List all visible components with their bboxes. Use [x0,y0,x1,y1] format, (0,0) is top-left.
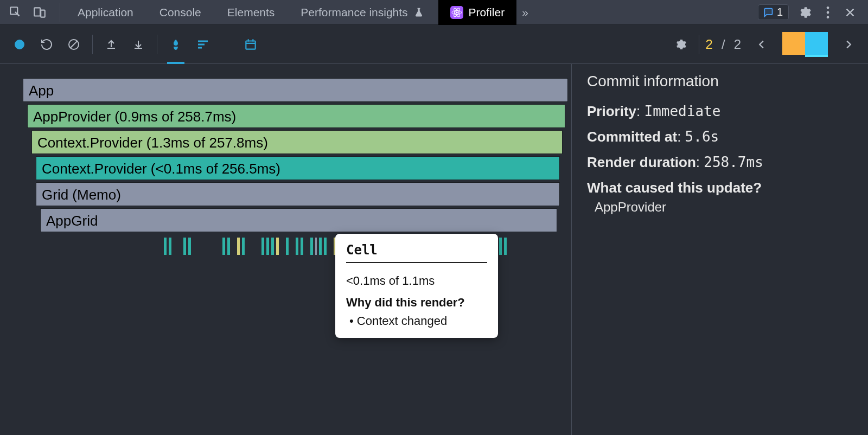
flame-row[interactable]: App [23,78,568,102]
flamegraph-pane: AppAppProvider (0.9ms of 258.7ms)Context… [0,64,572,435]
commit-total: 2 [734,37,741,52]
info-render-duration: Render duration: 258.7ms [587,154,853,171]
commit-current: 2 [706,37,713,52]
gear-icon[interactable] [797,5,812,20]
profiler-main: AppAppProvider (0.9ms of 258.7ms)Context… [0,64,868,435]
divider [92,35,93,54]
commit-bar[interactable] [782,32,805,55]
flamegraph-view-button[interactable] [164,33,188,56]
svg-point-10 [827,16,829,18]
inspect-icon[interactable] [9,5,23,20]
svg-rect-12 [246,41,255,49]
svg-rect-1 [34,8,40,16]
ranked-view-button[interactable] [191,33,215,56]
tooltip-title: Cell [346,242,487,263]
tooltip-duration: <0.1ms of 1.1ms [346,274,487,288]
tooltip-reason-list: Context changed [346,314,487,328]
tab-console[interactable]: Console [148,0,213,25]
export-button[interactable] [126,33,150,56]
svg-point-7 [456,11,458,14]
divider [699,35,699,54]
profiler-settings-button[interactable] [668,33,692,56]
label: Render duration [587,154,696,170]
flame-node-tooltip: Cell <0.1ms of 1.1ms Why did this render… [335,234,498,338]
flame-row[interactable]: Grid (Memo) [36,182,560,206]
value: 258.7ms [704,154,763,170]
commit-info-pane: Commit information Priority: Immediate C… [572,64,868,435]
side-title: Commit information [587,73,853,90]
close-icon[interactable] [844,7,856,18]
tab-application[interactable]: Application [66,0,145,25]
tab-label: Console [159,6,201,19]
svg-rect-2 [41,10,45,17]
device-toggle-icon[interactable] [33,5,47,20]
tab-elements[interactable]: Elements [215,0,287,25]
cause-item[interactable]: AppProvider [595,200,853,215]
svg-point-9 [827,11,829,14]
import-button[interactable] [99,33,123,56]
divider [157,35,157,54]
overflow-label: » [522,6,528,19]
reload-button[interactable] [35,33,59,56]
record-icon [15,40,24,49]
label: What caused this update? [587,180,762,196]
flame-row[interactable]: AppGrid [40,208,557,232]
kebab-icon[interactable] [826,5,830,20]
value: Immediate [644,103,720,119]
label: Priority [587,103,636,119]
flame-row[interactable]: AppProvider (0.9ms of 258.7ms) [27,104,565,128]
tab-performance-insights[interactable]: Performance insights [289,0,436,25]
flask-icon [413,7,424,18]
issues-indicator[interactable]: 1 [758,4,789,20]
commit-prev-button[interactable] [750,33,774,56]
timeline-view-button[interactable] [239,33,263,56]
svg-point-8 [827,6,829,9]
value: 5.6s [685,129,719,145]
label: Committed at [587,129,677,145]
flame-row[interactable]: Context.Provider (1.3ms of 257.8ms) [31,130,563,154]
record-button[interactable] [8,33,31,56]
tab-profiler[interactable]: Profiler [438,0,517,25]
tab-label: Profiler [469,6,505,19]
tabs-overflow[interactable]: » [519,0,532,25]
tab-label: Application [78,6,133,19]
info-update-cause: What caused this update? AppProvider [587,180,853,215]
tooltip-why-heading: Why did this render? [346,296,487,310]
commit-bars[interactable] [782,32,828,57]
issues-count: 1 [777,6,783,18]
devtools-tab-bar: Application Console Elements Performance… [0,0,868,25]
chat-icon [763,7,774,18]
tab-label: Performance insights [301,6,407,19]
tab-label: Elements [227,6,275,19]
commit-bar-selected[interactable] [805,32,828,55]
tooltip-reason: Context changed [349,314,487,328]
commit-selector: 2 / 2 [706,32,860,57]
flame-row[interactable]: Context.Provider (<0.1ms of 256.5ms) [36,156,560,180]
commit-next-button[interactable] [837,33,860,56]
clear-button[interactable] [62,33,86,56]
profiler-toolbar: 2 / 2 [0,25,868,64]
divider [60,3,60,22]
commit-sep: / [722,37,725,52]
react-icon [450,6,463,19]
info-committed-at: Committed at: 5.6s [587,129,853,145]
info-priority: Priority: Immediate [587,103,853,120]
